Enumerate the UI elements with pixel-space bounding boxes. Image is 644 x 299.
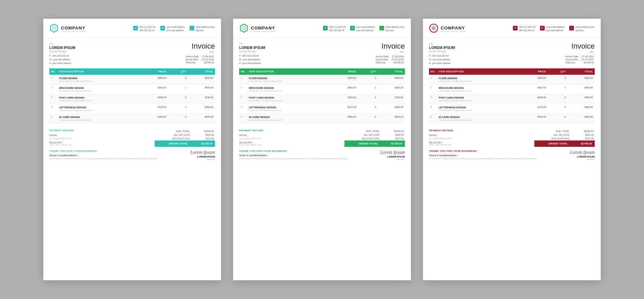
item-qty: 2: [168, 114, 188, 123]
item-price: $300.00: [521, 75, 548, 84]
client-name: LOREM IPSUM: [429, 46, 455, 50]
item-price: $120.00: [331, 104, 358, 114]
item-desc: Lorem ipsum is simply dummy text of: [59, 119, 139, 121]
item-name: ID CARD DESIGN: [59, 116, 139, 119]
item-desc: Lorem ipsum is simply dummy text of: [439, 90, 519, 92]
invoice-date-value: : 27-06-2024: [579, 55, 595, 58]
discount-value: $215.00: [381, 137, 405, 140]
payment-method-label: PAYMENT METHOD: [239, 129, 263, 132]
issues-date-label: Issues Date: [564, 58, 579, 61]
row-number: 3: [49, 94, 57, 104]
table-row: 2 BROCHURE DESIGN Lorem ipsum is simply …: [239, 84, 405, 94]
client-contact: P : 000 2222 333 44W : your web addressA…: [239, 54, 265, 65]
item-qty: 3: [548, 75, 568, 84]
invoice-body: TO. LOREM IPSUM Account Manager P : 000 …: [43, 38, 221, 68]
invoice-body: TO. LOREM IPSUM Account Manager P : 000 …: [423, 38, 601, 68]
item-description: LETTERHEAD DESIGN Lorem ipsum is simply …: [57, 104, 141, 114]
thank-you-block: THANK YOU FOR YOUR BUSINESS! Terms & con…: [49, 150, 157, 160]
payment-section: PAYMENT METHOD PAYPAL : your paypal addr…: [429, 129, 453, 146]
address-icon: ⌂: [569, 26, 574, 31]
row-number: 2: [239, 84, 247, 94]
item-qty: 4: [548, 104, 568, 114]
paypal-address: your paypal address here: [429, 137, 453, 139]
terms-label: Terms & condition/Notes :: [49, 154, 157, 157]
item-name: ID CARD DESIGN: [439, 116, 519, 119]
totals-section: SUB -TOTAL$3530.00 Tax: VAT (12%)$530.00…: [344, 129, 405, 147]
col-price: PRICE: [331, 68, 358, 75]
thank-you-block: THANK YOU FOR YOUR BUSINESS! Terms & con…: [239, 150, 347, 160]
discount-label: DISCOUNT (6%): [344, 137, 381, 140]
client-role: Account Manager: [49, 50, 75, 53]
row-number: 3: [239, 94, 247, 104]
item-qty: 1: [168, 84, 188, 94]
invoice-footer: PAYMENT METHOD PAYPAL : your paypal addr…: [43, 127, 221, 150]
thank-you-section: THANK YOU FOR YOUR BUSINESS! Terms & con…: [233, 150, 411, 164]
issues-date-label: Issues Date: [374, 58, 389, 61]
item-name: BROCHURE DESIGN: [249, 86, 329, 89]
client-name: LOREM IPSUM: [49, 46, 75, 50]
total-due-label: Total Due: [184, 61, 200, 64]
item-total: $900.00: [378, 75, 405, 84]
address-icon: ⌂: [379, 26, 384, 31]
item-description: ID CARD DESIGN Lorem ipsum is simply dum…: [247, 114, 331, 123]
totals-section: SUB -TOTAL$3530.00 Tax: VAT (12%)$530.00…: [155, 129, 215, 147]
col-no: NO.: [239, 68, 247, 75]
client-contact: P : 000 2222 333 44W : your web addressA…: [429, 54, 455, 65]
tagline: TAGLINE SPACE HERE: [251, 31, 276, 33]
signature-name: LOREM IPSUM: [190, 155, 215, 158]
issues-date-label: Issues Date: [184, 58, 200, 61]
row-number: 1: [239, 75, 247, 84]
discount-value: $215.00: [191, 137, 215, 140]
item-desc: Lorem ipsum is simply dummy text of: [249, 119, 329, 121]
grand-total-label: GRAND TOTAL: [155, 140, 191, 147]
invoice-title: Invoice: [564, 43, 595, 50]
phone-text: 000 111 2222 33000 222 333 44: [329, 25, 345, 32]
row-number: 5: [239, 114, 247, 123]
phone-contact: ☏ 000 111 2222 33000 222 333 44: [133, 25, 156, 32]
items-table: NO. ITEM DESCRIPTION PRICE QTY TOTAL 1 F…: [429, 68, 595, 123]
col-price: PRICE: [141, 68, 168, 75]
tagline: TAGLINE SPACE HERE: [61, 31, 86, 33]
email-text: your email addressyour web address: [166, 25, 185, 32]
issues-date-value: : 27-01-2023: [200, 58, 215, 61]
item-name: BROCHURE DESIGN: [59, 86, 139, 89]
paypal-label: PAYPAL :: [239, 133, 263, 137]
item-total: $500.00: [378, 84, 405, 94]
item-description: FLYER DESIGN Lorem ipsum is simply dummy…: [437, 75, 521, 84]
to-label: TO.: [49, 43, 75, 45]
item-desc: Lorem ipsum is simply dummy text of: [59, 90, 139, 92]
signature-title: Manager.: [570, 158, 595, 160]
total-due-value: : $2785.00: [579, 61, 595, 64]
item-total: $750.00: [378, 94, 405, 104]
items-table-wrapper: NO. ITEM DESCRIPTION PRICE QTY TOTAL 1 F…: [49, 68, 215, 123]
item-total: $900.00: [188, 75, 215, 84]
thank-you-text: THANK YOU FOR YOUR BUSINESS!: [49, 150, 157, 153]
table-row: 2 BROCHURE DESIGN Lorem ipsum is simply …: [49, 84, 215, 94]
subtotal-value: $3530.00: [381, 129, 405, 133]
item-qty: 4: [168, 104, 188, 114]
table-row: 5 ID CARD DESIGN Lorem ipsum is simply d…: [239, 114, 405, 123]
signature-script: Lorem Ipsum: [380, 150, 405, 155]
item-description: LETTERHEAD DESIGN Lorem ipsum is simply …: [437, 104, 521, 114]
address-text: street address here,city here: [385, 25, 405, 32]
totals-section: SUB -TOTAL$3530.00 Tax: VAT (12%)$530.00…: [534, 129, 595, 147]
item-name: POST CARD DESIGN: [59, 96, 139, 99]
address-icon: ⌂: [190, 26, 194, 31]
col-total: TOTAL: [188, 68, 215, 75]
to-section: TO. LOREM IPSUM Account Manager P : 000 …: [239, 43, 265, 65]
signature-title: Manager.: [190, 158, 215, 160]
subtotal-value: $3530.00: [191, 129, 215, 133]
tax-label: Tax: VAT (12%): [534, 133, 571, 137]
grand-total-value: $2785.00: [381, 140, 405, 147]
invoice-date-label: Invoice Date: [184, 55, 200, 58]
phone-icon: ☏: [323, 26, 328, 31]
invoice-card-invoice-3: COMPANY TAGLINE SPACE HERE ☏ 000 111 222…: [423, 19, 601, 280]
col-total: TOTAL: [568, 68, 595, 75]
item-qty: 3: [168, 94, 188, 104]
signature-script: Lorem Ipsum: [570, 150, 595, 155]
accept-label: WE ACCPET :: [49, 141, 73, 144]
table-row: 3 POST CARD DESIGN Lorem ipsum is simply…: [49, 94, 215, 104]
total-due-value: : $2785.00: [389, 61, 405, 64]
item-total: $900.00: [378, 114, 405, 123]
discount-label: DISCOUNT (6%): [155, 137, 191, 140]
